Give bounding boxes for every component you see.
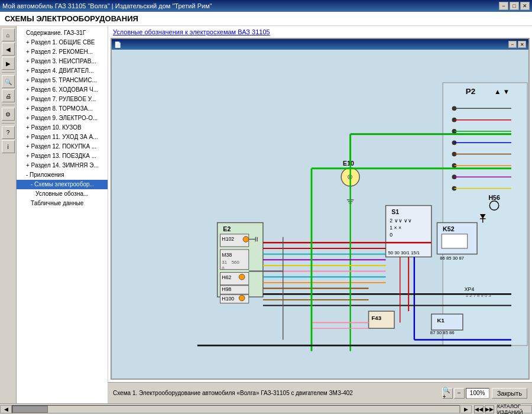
svg-point-29 xyxy=(239,274,245,280)
status-bar-right: 🔍+ − Закрыть xyxy=(442,388,527,399)
sidebar-item-section5[interactable]: + Раздел 5. ТРАНСМИС... xyxy=(17,76,108,85)
print-button[interactable]: 🖨 xyxy=(2,89,15,102)
sidebar-item-section1[interactable]: + Раздел 1. ОБЩИЕ СВЕ xyxy=(17,38,108,47)
svg-text:K52: K52 xyxy=(443,225,455,232)
sidebar-item-section12[interactable]: + Раздел 12. ПОКУПКА ... xyxy=(17,142,108,151)
svg-text:560: 560 xyxy=(232,260,239,265)
sidebar-item-section7[interactable]: + Раздел 7. РУЛЕВОЕ У... xyxy=(17,95,108,104)
sidebar-item-tables[interactable]: Табличные данные xyxy=(17,199,108,208)
minimize-button[interactable]: − xyxy=(499,2,508,10)
maximize-button[interactable]: □ xyxy=(510,2,519,10)
svg-text:E2: E2 xyxy=(223,225,231,232)
wiring-diagram: P2 ▲ ▼ xyxy=(112,50,528,379)
help-button[interactable]: ? xyxy=(2,126,15,139)
title-bar: Мой автомобиль ГАЗ 31105 "Волга" | Издат… xyxy=(0,0,532,12)
forward-button[interactable]: ▶ xyxy=(2,57,15,70)
page-heading: СХЕМЫ ЭЛЕКТРООБОРУДОВАНИЯ xyxy=(0,12,532,26)
content-area: ⌂ ◀ ▶ 🔍 🖨 ⚙ ? i Содержание. ГАЗ-31Г + Ра… xyxy=(0,26,532,403)
diagram-content: P2 ▲ ▼ xyxy=(112,50,528,379)
svg-text:K1: K1 xyxy=(437,317,445,324)
svg-text:M38: M38 xyxy=(222,252,232,258)
sidebar-item-section6[interactable]: + Раздел 6. ХОДОВАЯ Ч... xyxy=(17,85,108,95)
svg-text:F43: F43 xyxy=(371,315,381,321)
sidebar-item-section13[interactable]: + Раздел 13. ПОЕЗДКА ... xyxy=(17,151,108,161)
close-diagram-button[interactable]: Закрыть xyxy=(492,388,527,399)
diagram-window-titlebar: 📄 − ✕ xyxy=(112,39,528,50)
svg-text:50  30  30/1  15/1: 50 30 30/1 15/1 xyxy=(388,250,420,255)
svg-text:2 ∨∨  ∨∨: 2 ∨∨ ∨∨ xyxy=(390,218,412,224)
sidebar-item-legend[interactable]: Условные обозна... xyxy=(17,189,108,199)
sidebar: Содержание. ГАЗ-31Г + Раздел 1. ОБЩИЕ СВ… xyxy=(17,26,108,403)
svg-text:0: 0 xyxy=(222,266,224,271)
bottom-bar: ◀ ▶ ◀◀ ▶▶ КАТАЛОГ ИЗДАНИЙ xyxy=(0,403,532,414)
page-nav: ◀◀ ▶▶ xyxy=(472,404,497,415)
home-button[interactable]: ⌂ xyxy=(2,28,15,41)
svg-text:H98: H98 xyxy=(222,286,231,292)
sidebar-item-section14[interactable]: + Раздел 14. ЗИМНЯЯ Э... xyxy=(17,161,108,170)
svg-text:86  85  30  87: 86 85 30 87 xyxy=(440,255,464,261)
diagram-window: 📄 − ✕ P2 ▲ ▼ xyxy=(111,38,530,380)
zoom-out-button[interactable]: − xyxy=(454,388,465,399)
back-button[interactable]: ◀ xyxy=(2,43,15,56)
info-button[interactable]: i xyxy=(2,140,15,153)
sidebar-item-section8[interactable]: + Раздел 8. ТОРМОЗА... xyxy=(17,104,108,114)
svg-text:31: 31 xyxy=(222,260,227,265)
svg-text:87 30  85  86: 87 30 85 86 xyxy=(430,330,455,335)
page-prev-button[interactable]: ◀◀ xyxy=(474,405,484,413)
sidebar-item-section9[interactable]: + Раздел 9. ЭЛЕКТРО-О... xyxy=(17,114,108,123)
search-button[interactable]: 🔍 xyxy=(2,75,15,88)
diagram-caption: Схема 1. Электрооборудование автомобиля … xyxy=(113,390,442,396)
sidebar-item-section3[interactable]: + Раздел 3. НЕИСПРАВ... xyxy=(17,57,108,66)
svg-text:E10: E10 xyxy=(343,160,354,167)
svg-text:0: 0 xyxy=(390,232,392,238)
sidebar-item-appendix[interactable]: - Приложения xyxy=(17,170,108,180)
svg-point-34 xyxy=(239,295,245,301)
diagram-minimize-button[interactable]: − xyxy=(508,41,517,48)
sidebar-item-contents[interactable]: Содержание. ГАЗ-31Г xyxy=(17,28,108,38)
svg-text:H62: H62 xyxy=(222,274,231,280)
settings-button[interactable]: ⚙ xyxy=(2,108,15,121)
diagram-area: Условные обозначения к электросхемам ВАЗ… xyxy=(108,26,532,403)
horizontal-scrollbar[interactable] xyxy=(12,405,460,413)
left-toolbar: ⌂ ◀ ▶ 🔍 🖨 ⚙ ? i xyxy=(0,26,17,403)
main-container: СХЕМЫ ЭЛЕКТРООБОРУДОВАНИЯ ⌂ ◀ ▶ 🔍 🖨 ⚙ ? … xyxy=(0,12,532,414)
window-title: Мой автомобиль ГАЗ 31105 "Волга" | Издат… xyxy=(2,2,212,9)
title-bar-buttons: − □ ✕ xyxy=(499,2,530,10)
zoom-controls: 🔍+ − xyxy=(442,388,489,399)
svg-text:H102: H102 xyxy=(222,236,234,242)
diagram-link[interactable]: Условные обозначения к электросхемам ВАЗ… xyxy=(108,26,532,38)
diagram-close-button[interactable]: ✕ xyxy=(518,41,526,48)
svg-text:S1: S1 xyxy=(391,208,399,215)
svg-text:1  × ×: 1 × × xyxy=(390,225,401,231)
sidebar-item-wiring[interactable]: - Схемы электрообор... xyxy=(17,180,108,189)
sidebar-item-section2[interactable]: + Раздел 2. РЕКОМЕН... xyxy=(17,47,108,57)
zoom-in-button[interactable]: 🔍+ xyxy=(442,388,453,399)
page-label: КАТАЛОГ ИЗДАНИЙ xyxy=(497,405,532,413)
close-button[interactable]: ✕ xyxy=(520,2,530,10)
diagram-window-title: 📄 xyxy=(114,41,121,48)
svg-rect-50 xyxy=(442,234,467,248)
svg-rect-56 xyxy=(432,314,463,330)
sidebar-item-section10[interactable]: + Раздел 10. КУЗОВ xyxy=(17,123,108,132)
svg-text:P2: P2 xyxy=(466,87,476,96)
svg-text:XP4: XP4 xyxy=(465,286,475,292)
sidebar-item-section11[interactable]: + Раздел 11. УХОД ЗА А... xyxy=(17,132,108,142)
scroll-right-button[interactable]: ▶ xyxy=(460,405,472,413)
heading-text: СХЕМЫ ЭЛЕКТРООБОРУДОВАНИЯ xyxy=(5,14,138,23)
sidebar-item-section4[interactable]: + Раздел 4. ДВИГАТЕЛ... xyxy=(17,66,108,76)
svg-text:H100: H100 xyxy=(222,296,234,302)
svg-point-18 xyxy=(243,237,249,242)
svg-text:H56: H56 xyxy=(488,194,500,201)
svg-text:▲ ▼: ▲ ▼ xyxy=(494,88,510,95)
page-next-button[interactable]: ▶▶ xyxy=(485,405,494,413)
scroll-left-button[interactable]: ◀ xyxy=(0,405,12,413)
status-bar: Схема 1. Электрооборудование автомобиля … xyxy=(108,382,532,403)
zoom-input[interactable] xyxy=(466,388,489,399)
